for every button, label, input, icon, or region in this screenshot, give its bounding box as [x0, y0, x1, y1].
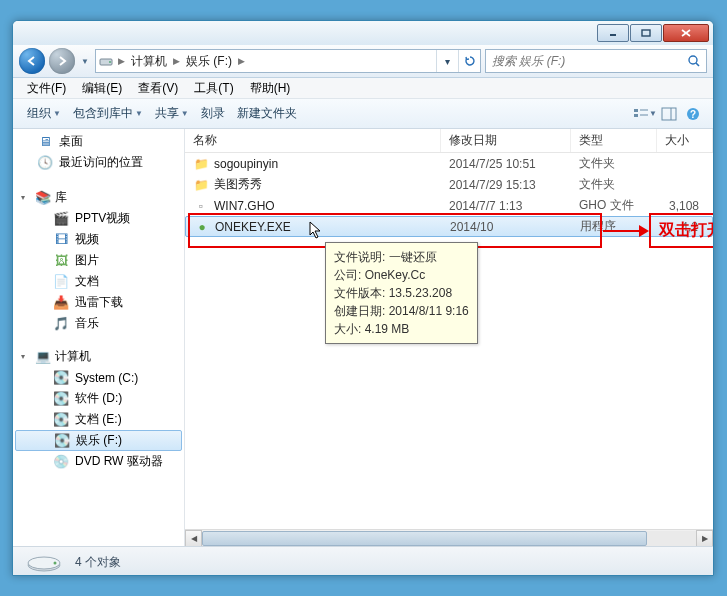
- svg-rect-9: [634, 114, 638, 117]
- scroll-left-button[interactable]: ◀: [185, 530, 202, 547]
- svg-rect-1: [642, 30, 650, 36]
- back-button[interactable]: [19, 48, 45, 74]
- sidebar-lib-pictures[interactable]: 🖼图片: [13, 250, 184, 271]
- sidebar-libraries[interactable]: ▾📚库: [13, 187, 184, 208]
- minimize-button[interactable]: [597, 24, 629, 42]
- file-tooltip: 文件说明: 一键还原 公司: OneKey.Cc 文件版本: 13.5.23.2…: [325, 242, 478, 344]
- breadcrumb-computer[interactable]: 计算机: [129, 53, 169, 70]
- explorer-window: ▼ ▶ 计算机 ▶ 娱乐 (F:) ▶ ▾ 文件(F): [12, 20, 714, 576]
- sidebar-desktop[interactable]: 🖥桌面: [13, 131, 184, 152]
- share-button[interactable]: 共享▼: [149, 102, 195, 125]
- folder-icon: 📁: [193, 156, 209, 172]
- include-in-library-button[interactable]: 包含到库中▼: [67, 102, 149, 125]
- svg-text:?: ?: [690, 109, 696, 120]
- scroll-thumb[interactable]: [202, 531, 647, 546]
- horizontal-scrollbar[interactable]: ◀ ▶: [185, 529, 713, 546]
- sidebar-computer[interactable]: ▾💻计算机: [13, 346, 184, 367]
- titlebar: [13, 21, 713, 45]
- forward-button[interactable]: [49, 48, 75, 74]
- drive-large-icon: [25, 550, 63, 574]
- svg-rect-8: [634, 109, 638, 112]
- close-button[interactable]: [663, 24, 709, 42]
- file-row[interactable]: 📁sogoupinyin 2014/7/25 10:51 文件夹: [185, 153, 713, 174]
- help-button[interactable]: ?: [681, 107, 705, 121]
- navigation-pane[interactable]: 🖥桌面 🕓最近访问的位置 ▾📚库 🎬PPTV视频 🎞视频 🖼图片 📄文档 📥迅雷…: [13, 129, 185, 546]
- search-box[interactable]: [485, 49, 707, 73]
- address-dropdown[interactable]: ▾: [436, 50, 458, 72]
- sidebar-lib-documents[interactable]: 📄文档: [13, 271, 184, 292]
- menu-view[interactable]: 查看(V): [130, 78, 186, 99]
- menu-edit[interactable]: 编辑(E): [74, 78, 130, 99]
- sidebar-drive-f[interactable]: 💽娱乐 (F:): [15, 430, 182, 451]
- column-size[interactable]: 大小: [657, 129, 713, 152]
- sidebar-drive-c[interactable]: 💽System (C:): [13, 367, 184, 388]
- address-bar[interactable]: ▶ 计算机 ▶ 娱乐 (F:) ▶ ▾: [95, 49, 481, 73]
- search-icon[interactable]: [682, 50, 706, 72]
- annotation-arrow: [603, 227, 649, 235]
- new-folder-button[interactable]: 新建文件夹: [231, 102, 303, 125]
- menu-file[interactable]: 文件(F): [19, 78, 74, 99]
- view-mode-button[interactable]: ▼: [633, 107, 657, 121]
- scroll-track[interactable]: [202, 531, 696, 546]
- sidebar-recent[interactable]: 🕓最近访问的位置: [13, 152, 184, 173]
- nav-history-dropdown[interactable]: ▼: [79, 57, 91, 66]
- navigation-bar: ▼ ▶ 计算机 ▶ 娱乐 (F:) ▶ ▾: [13, 45, 713, 78]
- file-row[interactable]: ▫WIN7.GHO 2014/7/7 1:13 GHO 文件 3,108: [185, 195, 713, 216]
- file-row[interactable]: 📁美图秀秀 2014/7/29 15:13 文件夹: [185, 174, 713, 195]
- folder-icon: 📁: [193, 177, 209, 193]
- column-name[interactable]: 名称: [185, 129, 441, 152]
- sidebar-lib-pptv[interactable]: 🎬PPTV视频: [13, 208, 184, 229]
- sidebar-dvd[interactable]: 💿DVD RW 驱动器: [13, 451, 184, 472]
- status-bar: 4 个对象: [13, 546, 713, 576]
- svg-point-6: [689, 56, 697, 64]
- refresh-button[interactable]: [458, 50, 480, 72]
- sidebar-drive-d[interactable]: 💽软件 (D:): [13, 388, 184, 409]
- address-path: ▶ 计算机 ▶ 娱乐 (F:) ▶: [116, 53, 436, 70]
- annotation-callout: 双击打开: [649, 213, 713, 248]
- maximize-button[interactable]: [630, 24, 662, 42]
- sidebar-lib-thunder[interactable]: 📥迅雷下载: [13, 292, 184, 313]
- column-date[interactable]: 修改日期: [441, 129, 571, 152]
- organize-button[interactable]: 组织▼: [21, 102, 67, 125]
- menu-tools[interactable]: 工具(T): [186, 78, 241, 99]
- sidebar-drive-e[interactable]: 💽文档 (E:): [13, 409, 184, 430]
- search-input[interactable]: [486, 54, 682, 68]
- file-icon: ▫: [193, 198, 209, 214]
- drive-icon: [96, 55, 116, 67]
- svg-rect-12: [662, 108, 676, 120]
- menu-help[interactable]: 帮助(H): [242, 78, 299, 99]
- file-list: 名称 修改日期 类型 大小 📁sogoupinyin 2014/7/25 10:…: [185, 129, 713, 546]
- sidebar-lib-video[interactable]: 🎞视频: [13, 229, 184, 250]
- exe-icon: ●: [194, 219, 210, 235]
- status-count: 4 个对象: [75, 554, 121, 571]
- svg-point-18: [54, 562, 57, 565]
- preview-pane-button[interactable]: [657, 107, 681, 121]
- menu-bar: 文件(F) 编辑(E) 查看(V) 工具(T) 帮助(H): [13, 78, 713, 99]
- command-bar: 组织▼ 包含到库中▼ 共享▼ 刻录 新建文件夹 ▼ ?: [13, 99, 713, 129]
- svg-line-7: [696, 63, 699, 66]
- column-type[interactable]: 类型: [571, 129, 657, 152]
- column-headers: 名称 修改日期 类型 大小: [185, 129, 713, 153]
- breadcrumb-drive[interactable]: 娱乐 (F:): [184, 53, 234, 70]
- scroll-right-button[interactable]: ▶: [696, 530, 713, 547]
- sidebar-lib-music[interactable]: 🎵音乐: [13, 313, 184, 334]
- svg-point-5: [109, 61, 111, 63]
- main-area: 🖥桌面 🕓最近访问的位置 ▾📚库 🎬PPTV视频 🎞视频 🖼图片 📄文档 📥迅雷…: [13, 129, 713, 546]
- burn-button[interactable]: 刻录: [195, 102, 231, 125]
